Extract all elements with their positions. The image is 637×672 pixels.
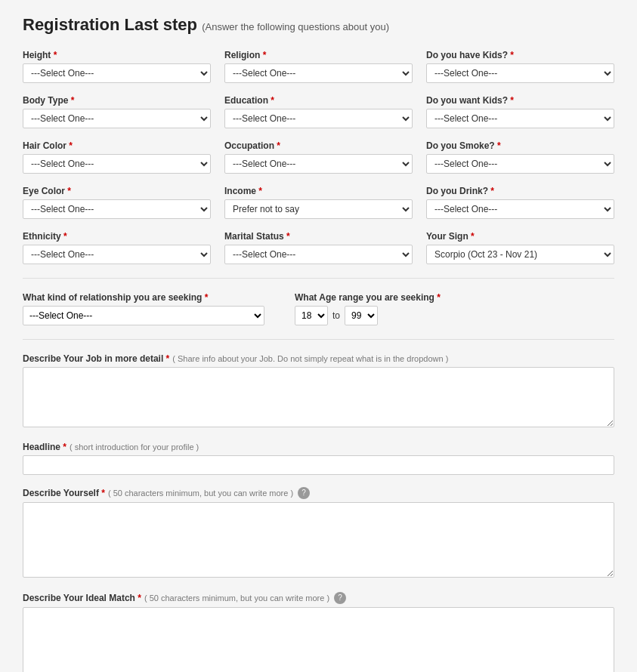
relationship-select[interactable]: ---Select One--- (23, 306, 264, 325)
religion-label: Religion * (224, 50, 413, 60)
relationship-col: What kind of relationship you are seekin… (23, 292, 264, 325)
kids-label: Do you have Kids? * (426, 50, 614, 60)
describe-hint: ( 50 characters minimum, but you can wri… (108, 489, 293, 498)
occupation-group: Occupation * ---Select One--- (224, 140, 413, 174)
education-group: Education * ---Select One--- (224, 95, 413, 128)
age-range-label: What Age range you are seeking * (295, 292, 441, 303)
job-label-row: Describe Your Job in more detail * ( Sha… (23, 353, 614, 364)
age-to-label: to (332, 310, 340, 321)
headline-label: Headline * (23, 442, 66, 452)
describe-label: Describe Yourself * (23, 488, 105, 498)
sign-group: Your Sign * Scorpio (Oct 23 - Nov 21) (426, 231, 614, 264)
want-kids-group: Do you want Kids? * ---Select One--- (426, 95, 614, 128)
drink-label: Do you Drink? * (426, 186, 614, 196)
row-1: Height * ---Select One--- Religion * ---… (23, 50, 614, 83)
body-type-label: Body Type * (23, 95, 211, 106)
kids-select[interactable]: ---Select One--- (426, 63, 614, 83)
age-to-select[interactable]: 99 (345, 306, 378, 325)
education-label: Education * (224, 95, 413, 106)
age-from-select[interactable]: 18 (295, 306, 328, 325)
page-wrapper: Registration Last step (Answer the follo… (0, 0, 637, 672)
education-select[interactable]: ---Select One--- (224, 109, 413, 128)
body-type-select[interactable]: ---Select One--- (23, 109, 211, 128)
ideal-match-info-icon[interactable]: ? (334, 592, 346, 604)
title-subtitle: (Answer the following questions about yo… (202, 21, 389, 32)
row-5: Ethnicity * ---Select One--- Marital Sta… (23, 231, 614, 264)
smoke-group: Do you Smoke? * ---Select One--- (426, 140, 614, 174)
describe-label-row: Describe Yourself * ( 50 characters mini… (23, 487, 614, 499)
headline-hint: ( short introduction for your profile ) (70, 442, 199, 452)
height-group: Height * ---Select One--- (23, 50, 211, 83)
income-select[interactable]: Prefer not to say (224, 199, 413, 219)
row-4: Eye Color * ---Select One--- Income * Pr… (23, 186, 614, 219)
describe-group: Describe Yourself * ( 50 characters mini… (23, 487, 614, 580)
hair-color-select[interactable]: ---Select One--- (23, 154, 211, 174)
ideal-match-label: Describe Your Ideal Match * (23, 593, 141, 603)
headline-label-row: Headline * ( short introduction for your… (23, 442, 614, 452)
sign-label: Your Sign * (426, 231, 614, 242)
job-label: Describe Your Job in more detail * (23, 353, 169, 364)
ideal-match-group: Describe Your Ideal Match * ( 50 charact… (23, 592, 614, 672)
marital-label: Marital Status * (224, 231, 413, 242)
smoke-label: Do you Smoke? * (426, 140, 614, 151)
drink-select[interactable]: ---Select One--- (426, 199, 614, 219)
headline-input[interactable] (23, 455, 614, 475)
eye-color-group: Eye Color * ---Select One--- (23, 186, 211, 219)
smoke-select[interactable]: ---Select One--- (426, 154, 614, 174)
headline-group: Headline * ( short introduction for your… (23, 442, 614, 475)
hair-color-label: Hair Color * (23, 140, 211, 151)
title-main: Registration Last step (23, 15, 197, 34)
drink-group: Do you Drink? * ---Select One--- (426, 186, 614, 219)
occupation-select[interactable]: ---Select One--- (224, 154, 413, 174)
ideal-match-label-row: Describe Your Ideal Match * ( 50 charact… (23, 592, 614, 604)
eye-color-select[interactable]: ---Select One--- (23, 199, 211, 219)
occupation-label: Occupation * (224, 140, 413, 151)
row-2: Body Type * ---Select One--- Education *… (23, 95, 614, 128)
marital-group: Marital Status * ---Select One--- (224, 231, 413, 264)
want-kids-select[interactable]: ---Select One--- (426, 109, 614, 128)
height-select[interactable]: ---Select One--- (23, 63, 211, 83)
describe-textarea[interactable] (23, 502, 614, 578)
job-hint: ( Share info about your Job. Do not simp… (172, 354, 448, 363)
religion-select[interactable]: ---Select One--- (224, 63, 413, 83)
want-kids-label: Do you want Kids? * (426, 95, 614, 106)
income-group: Income * Prefer not to say (224, 186, 413, 219)
divider-1 (23, 278, 614, 279)
eye-color-label: Eye Color * (23, 186, 211, 196)
relationship-age-row: What kind of relationship you are seekin… (23, 292, 614, 325)
ethnicity-label: Ethnicity * (23, 231, 211, 242)
page-title: Registration Last step (Answer the follo… (23, 15, 614, 35)
ethnicity-select[interactable]: ---Select One--- (23, 245, 211, 264)
job-textarea[interactable] (23, 367, 614, 427)
kids-group: Do you have Kids? * ---Select One--- (426, 50, 614, 83)
divider-2 (23, 339, 614, 340)
age-range-inputs: 18 to 99 (295, 306, 441, 325)
height-label: Height * (23, 50, 211, 60)
age-col: What Age range you are seeking * 18 to 9… (295, 292, 441, 325)
relationship-label: What kind of relationship you are seekin… (23, 292, 264, 303)
ethnicity-group: Ethnicity * ---Select One--- (23, 231, 211, 264)
ideal-match-hint: ( 50 characters minimum, but you can wri… (144, 593, 329, 603)
sign-select[interactable]: Scorpio (Oct 23 - Nov 21) (426, 245, 614, 264)
describe-info-icon[interactable]: ? (298, 487, 310, 499)
ideal-match-textarea[interactable] (23, 607, 614, 672)
row-3: Hair Color * ---Select One--- Occupation… (23, 140, 614, 174)
hair-color-group: Hair Color * ---Select One--- (23, 140, 211, 174)
job-group: Describe Your Job in more detail * ( Sha… (23, 353, 614, 430)
income-label: Income * (224, 186, 413, 196)
religion-group: Religion * ---Select One--- (224, 50, 413, 83)
marital-select[interactable]: ---Select One--- (224, 245, 413, 264)
body-type-group: Body Type * ---Select One--- (23, 95, 211, 128)
